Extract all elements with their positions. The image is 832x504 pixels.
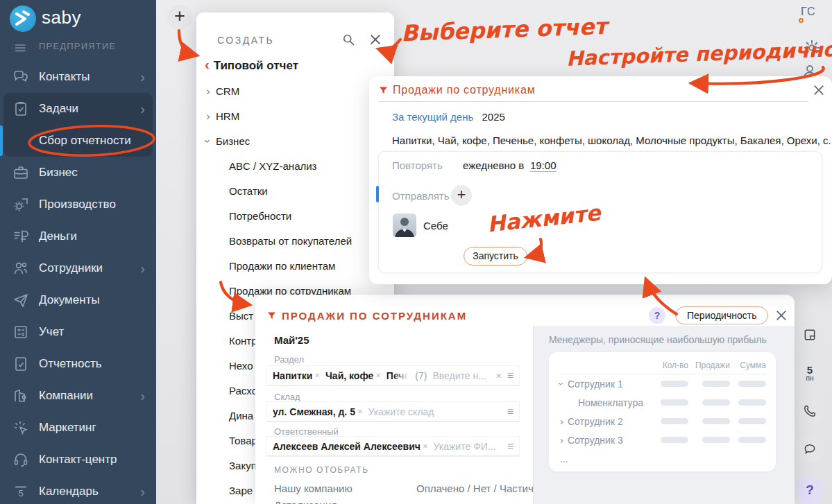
tree-item-label: Потребности [229,210,291,222]
close-icon[interactable] [812,83,826,97]
preview-row: ... [560,449,766,468]
factory-icon [12,196,29,213]
sidebar-item-сотрудники[interactable]: Сотрудники› [0,252,156,284]
filter-field-2[interactable]: ул. Смежная, д. 5×Укажите склад≡ [267,402,519,422]
filter-chip[interactable]: ул. Смежная, д. 5× [273,406,363,417]
run-report-button[interactable]: Запустить [464,247,527,266]
notes-button[interactable] [796,321,824,349]
preview-row[interactable]: ›Сотрудник 3 [560,431,766,449]
nomenclature-summary[interactable]: Напитки, Чай, кофе, Печенье, конфеты, шо… [392,134,822,146]
workspace-row[interactable]: ПРЕДПРИЯТИЕ [0,39,156,57]
chip-remove-icon[interactable]: × [314,370,320,381]
chevron-right-icon[interactable]: › [560,434,563,446]
preview-row[interactable]: ›Сотрудник 1 [560,374,766,393]
tree-group-hrm[interactable]: ›HRM [196,103,394,128]
add-recipient-button[interactable]: + [451,185,472,206]
filter-option-company[interactable]: Нашу компанию [274,483,353,494]
calendar-button[interactable]: 5 пн [796,359,824,387]
sidebar-item-label: Компании [39,389,93,403]
tree-item-потребности[interactable]: Потребности [196,203,394,228]
sidebar-item-сбор-отчетности[interactable]: Сбор отчетности [0,125,156,157]
period-year[interactable]: 2025 [482,111,504,123]
send-icon [12,292,29,309]
filter-option-paid[interactable]: Оплачено / Нет / Частично [416,483,545,494]
sidebar-item-контакт-центр[interactable]: Контакт-центр [0,444,156,476]
report-icon [12,356,29,372]
tree-group-label: Бизнес [216,135,250,147]
tree-item-продажи-по-клиентам[interactable]: Продажи по клиентам [196,253,394,278]
back-item-typical-report[interactable]: ‹Типовой отчет [205,57,298,73]
tree-group-бизнес[interactable]: ›Бизнес [196,128,394,153]
sidebar-item-label: Календарь [39,485,99,498]
user-initials[interactable]: ГС [801,6,816,18]
skeleton-pill [702,418,730,424]
tree-group-label: CRM [216,85,239,97]
chevron-down-icon[interactable]: › [556,382,568,385]
filter-chip[interactable]: Алексеев Алексей Алексеевич× [273,441,428,452]
periodicity-button[interactable]: Периодичность [675,306,768,324]
phone-button[interactable] [796,397,824,425]
tree-item-остатки[interactable]: Остатки [196,178,394,203]
chat-bubble-icon [803,442,817,456]
repeat-value[interactable]: ежедневно в [463,159,524,171]
sidebar-item-label: Контакт-центр [39,453,117,467]
help-button[interactable]: ? [649,307,665,324]
close-icon[interactable] [774,309,788,322]
field-placeholder[interactable]: Введите н... [432,370,490,381]
chip-count: (7) [415,370,427,381]
repeat-time[interactable]: 19:00 [530,159,557,172]
chip-remove-icon[interactable]: × [423,441,428,451]
sidebar-item-контакты[interactable]: Контакты› [0,61,156,93]
sidebar-item-задачи[interactable]: Задачи› [0,93,156,125]
sidebar-item-деньги[interactable]: Деньги [0,220,156,252]
brand-logo-text: saby [42,7,81,28]
periodicity-dialog: Продажи по сотрудникам За текущий день 2… [369,76,832,284]
filter-field-3[interactable]: Алексеев Алексей Алексеевич×Укажите ФИ..… [267,437,519,456]
svg-text:5: 5 [18,488,23,498]
sidebar-item-бизнес[interactable]: Бизнес [0,157,156,189]
filter-field-1[interactable]: Напитки×Чай, кофе×Пече(7)Введите н...×≡ [267,366,519,385]
filter-chip[interactable]: Чай, кофе× [325,370,381,381]
field-menu-icon[interactable]: ≡ [507,370,513,382]
sidebar-item-учет[interactable]: Учет [0,316,156,348]
tree-group-crm[interactable]: ›CRM [196,78,394,103]
close-icon[interactable] [368,33,382,46]
filter-chip[interactable]: Пече [387,370,409,381]
field-placeholder[interactable]: Укажите ФИ... [434,441,502,452]
tree-item-abc-xyz-анализ[interactable]: ABC / XYZ-анализ [196,153,394,178]
tree-item-label: Расхо [229,385,257,397]
search-icon[interactable] [341,33,355,46]
tree-item-label: Выст [229,310,253,322]
sidebar-item-производство[interactable]: Производство [0,189,156,220]
report-month[interactable]: Май'25 [274,334,309,346]
recipient-row[interactable]: Себе [393,214,448,237]
saby-logo-icon [10,6,36,32]
sidebar-item-календарь[interactable]: 5Календарь› [0,476,156,504]
chip-remove-icon[interactable]: × [357,406,363,417]
field-placeholder[interactable]: Укажите склад [368,406,502,417]
sidebar-item-отчетность[interactable]: Отчетность [0,348,156,380]
headset-icon [12,451,29,468]
sidebar-item-label: Сотрудники [39,261,103,275]
hamburger-icon[interactable] [14,42,28,58]
filter-option-detail[interactable]: Детализация [274,499,337,504]
preview-row: Номенклатура [560,393,766,412]
preview-row[interactable]: ›Сотрудник 2 [560,412,766,431]
field-menu-icon[interactable]: ≡ [507,440,513,453]
tree-item-возвраты-от-покупателей[interactable]: Возвраты от покупателей [196,228,394,253]
sidebar-item-компании[interactable]: Компании› [0,380,156,412]
period-link[interactable]: За текущий день [392,111,473,123]
preview-table-header: Кол-воПродажиСумма [560,356,766,374]
create-plus-button[interactable]: + [167,5,192,30]
filter-chip[interactable]: Напитки× [273,370,320,381]
sidebar-item-документы[interactable]: Документы [0,284,156,316]
chevron-right-icon[interactable]: › [560,415,563,427]
field-clear-icon[interactable]: × [495,370,501,381]
sidebar-item-маркетинг[interactable]: Маркетинг [0,412,156,444]
field-menu-icon[interactable]: ≡ [507,406,513,418]
skeleton-pill [661,418,688,424]
chip-remove-icon[interactable]: × [375,370,381,381]
help-button[interactable]: ? [796,476,824,504]
skeleton-pill [738,399,766,406]
chat-button[interactable] [796,435,824,463]
